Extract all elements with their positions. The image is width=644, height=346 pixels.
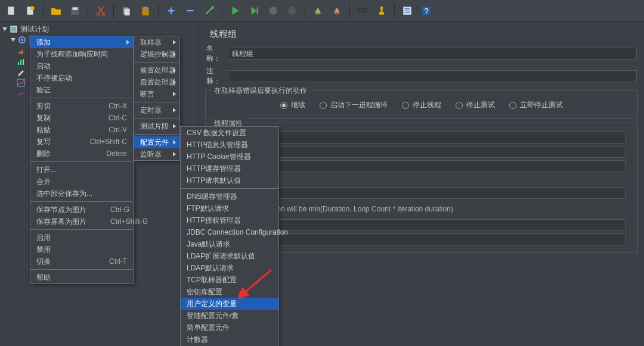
duration-hint: or Forever, duration will be min(Duratio…: [222, 205, 621, 213]
menu-item[interactable]: 不停顿启动: [30, 72, 133, 84]
toolbar-run[interactable]: [226, 2, 244, 19]
toolbar-wizard[interactable]: [21, 2, 39, 19]
menu-item[interactable]: DNS缓存管理器: [181, 191, 278, 202]
menu-item[interactable]: HTTP授权管理器: [181, 214, 278, 226]
toolbar-list[interactable]: [398, 2, 416, 19]
menu-item[interactable]: 复写Ctrl+Shift-C: [30, 136, 133, 148]
radio-nextloop[interactable]: 启动下一进程循环: [320, 100, 388, 110]
radio-stopthread[interactable]: 停止线程: [402, 100, 441, 110]
menu-item[interactable]: 取样器: [134, 36, 179, 48]
menu-item[interactable]: 保存节点为图片Ctrl-G: [30, 204, 133, 216]
svg-rect-16: [335, 12, 340, 14]
toolbar-new-file[interactable]: [2, 2, 20, 19]
menu-item[interactable]: 密钥库配置: [181, 286, 278, 298]
menu-item[interactable]: FTP默认请求: [181, 202, 278, 214]
context-menu: 添加为子线程添加响应时间启动不停顿启动验证剪切Ctrl-X复制Ctrl-C粘贴C…: [30, 36, 134, 284]
toolbar-run-step[interactable]: [245, 2, 263, 19]
tree-twisty-icon: [11, 38, 16, 42]
testplan-icon: [10, 25, 18, 33]
toolbar-cut[interactable]: [92, 2, 110, 19]
comment-input[interactable]: [228, 70, 637, 82]
svg-point-18: [363, 8, 367, 12]
toolbar-clean[interactable]: [328, 2, 346, 19]
menu-item[interactable]: LDAP扩展请求默认值: [181, 250, 278, 262]
menu-item[interactable]: 删除Delete: [30, 148, 133, 160]
menu-item[interactable]: 添加: [30, 36, 133, 48]
menu-item[interactable]: 启用: [30, 232, 133, 244]
menu-item[interactable]: JDBC Connection Configuration: [181, 226, 278, 238]
menu-item[interactable]: LDAP默认请求: [181, 262, 278, 274]
radio-stoptestnow[interactable]: 立即停止测试: [509, 100, 563, 110]
menu-separator: [134, 134, 179, 135]
menu-item[interactable]: HTTP缓存管理器: [181, 163, 278, 174]
menu-item[interactable]: 定时器: [134, 104, 179, 116]
menu-item[interactable]: 前置处理器: [134, 64, 179, 76]
spark-icon: [17, 89, 25, 98]
toolbar-clean-run[interactable]: [309, 2, 327, 19]
toolbar-sep: [349, 4, 350, 18]
toolbar-sep: [394, 4, 395, 18]
name-label: 名称：: [206, 43, 224, 64]
menu-item[interactable]: 为子线程添加响应时间: [30, 48, 133, 60]
menu-item[interactable]: 粘贴Ctrl-V: [30, 124, 133, 136]
radio-continue[interactable]: 继续: [280, 100, 305, 110]
pen-icon: [17, 68, 25, 76]
toolbar-plus[interactable]: [162, 2, 180, 19]
menu-item[interactable]: 测试片段: [134, 120, 179, 132]
menu-item[interactable]: HTTP请求默认值: [181, 174, 278, 186]
radio-stoptest[interactable]: 停止测试: [456, 100, 495, 110]
svg-text:?: ?: [424, 6, 429, 15]
gear-icon: [18, 36, 26, 44]
menu-item[interactable]: 保存屏幕为图片Ctrl+Shift-G: [30, 216, 133, 227]
menu-item[interactable]: Java默认请求: [181, 238, 278, 250]
menu-item[interactable]: 验证: [30, 84, 133, 96]
menu-item[interactable]: HTTP Cookie管理器: [181, 151, 278, 163]
menu-item[interactable]: 打开...: [30, 164, 133, 176]
svg-rect-25: [18, 62, 19, 65]
toolbar-sep: [158, 4, 159, 18]
toolbar-save[interactable]: [66, 2, 84, 19]
toolbar-stop-run[interactable]: [264, 2, 282, 19]
toolbar-help[interactable]: ?: [417, 2, 435, 19]
menu-separator: [134, 102, 179, 102]
menu-item[interactable]: 合并: [30, 176, 133, 188]
toolbar-copy[interactable]: [117, 2, 135, 19]
menu-separator: [30, 269, 133, 270]
group-title: 在取样器错误后要执行的动作: [212, 86, 309, 96]
menu-item[interactable]: 配置元件: [134, 136, 179, 148]
menu-item[interactable]: HTTP信息头管理器: [181, 139, 278, 151]
menu-item[interactable]: 断言: [134, 88, 179, 100]
menu-item[interactable]: CSV 数据文件设置: [181, 127, 278, 139]
svg-point-11: [211, 6, 214, 9]
add-submenu: 取样器逻辑控制器前置处理器后置处理器断言定时器测试片段配置元件监听器: [134, 36, 180, 161]
toolbar-stop[interactable]: [283, 2, 301, 19]
toolbar-sep: [113, 4, 114, 18]
menu-item[interactable]: 选中部分保存为...: [30, 188, 133, 200]
name-input[interactable]: [228, 48, 637, 60]
menu-item[interactable]: 切换Ctrl-T: [30, 255, 133, 267]
menu-item[interactable]: 启动: [30, 60, 133, 72]
menu-item[interactable]: 计数器: [181, 333, 278, 345]
toolbar-find[interactable]: [354, 2, 371, 19]
menu-item[interactable]: 监听器: [134, 148, 179, 160]
menu-item[interactable]: 帮助: [30, 272, 133, 283]
menu-item[interactable]: 简单配置元件: [181, 322, 278, 333]
threads-input[interactable]: [251, 132, 626, 144]
menu-item[interactable]: 复制Ctrl-C: [30, 112, 133, 124]
menu-separator: [134, 118, 179, 119]
menu-item[interactable]: TCP取样器配置: [181, 274, 278, 286]
menu-item[interactable]: 禁用: [30, 244, 133, 255]
toolbar-glass[interactable]: [373, 2, 391, 19]
menu-separator: [181, 188, 278, 189]
menu-item[interactable]: 登陆配置元件/素: [181, 310, 278, 322]
menu-item[interactable]: 用户定义的变量: [181, 298, 278, 310]
toolbar-wand[interactable]: [200, 2, 218, 19]
menu-item[interactable]: 剪切Ctrl-X: [30, 100, 133, 112]
toolbar-paste[interactable]: [137, 2, 154, 19]
toolbar-open[interactable]: [47, 2, 65, 19]
menu-separator: [30, 161, 133, 162]
toolbar-minus[interactable]: [181, 2, 199, 19]
tree-root[interactable]: 测试计划: [0, 24, 199, 35]
menu-item[interactable]: 后置处理器: [134, 76, 179, 88]
menu-item[interactable]: 逻辑控制器: [134, 48, 179, 60]
